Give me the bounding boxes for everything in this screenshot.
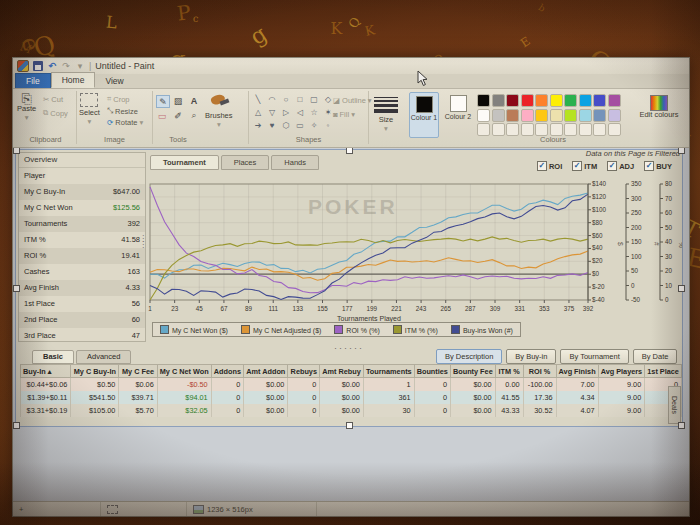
group-button-by-description[interactable]: By Description xyxy=(436,349,502,364)
select-button[interactable]: Select▾ xyxy=(79,93,100,126)
palette-swatch-18[interactable] xyxy=(593,109,606,122)
palette-swatch-17[interactable] xyxy=(579,109,592,122)
filter-itm[interactable]: ✓ITM xyxy=(572,161,597,171)
palette-swatch-19[interactable] xyxy=(608,109,621,122)
tab-view[interactable]: View xyxy=(95,74,133,88)
palette-swatch-2[interactable] xyxy=(506,94,519,107)
shape-icon-15[interactable]: ▭ xyxy=(294,120,306,130)
column-header-my-c-net-won[interactable]: My C Net Won xyxy=(157,365,211,378)
outline-button[interactable]: ◪Outline▾ xyxy=(333,96,372,105)
shape-icon-13[interactable]: ♥ xyxy=(266,120,278,130)
color-picker-tool-icon[interactable]: ✐ xyxy=(172,110,184,121)
table-row[interactable]: $1.39+$0.11$541.50$39.71$94.010$0.000$0.… xyxy=(21,391,682,404)
palette-swatch-3[interactable] xyxy=(521,94,534,107)
view-tab-hands[interactable]: Hands xyxy=(271,155,319,170)
table-tab-basic[interactable]: Basic xyxy=(32,350,74,364)
column-header-my-c-buy-in[interactable]: My C Buy-In xyxy=(71,365,119,378)
shape-icon-8[interactable]: ▷ xyxy=(280,107,292,117)
shape-icon-12[interactable]: ➔ xyxy=(252,120,264,130)
column-header-tournaments[interactable]: Tournaments xyxy=(363,365,414,378)
colour2-button[interactable]: Colour 2 xyxy=(443,92,473,138)
filter-buy[interactable]: ✓BUY xyxy=(644,161,672,171)
view-tab-tournament[interactable]: Tournament xyxy=(150,155,219,170)
eraser-tool-icon[interactable]: ▭ xyxy=(156,110,168,121)
selection-handle[interactable] xyxy=(346,148,353,154)
checkbox-checked-icon[interactable]: ✓ xyxy=(644,161,654,171)
column-header-addons[interactable]: Addons xyxy=(211,365,244,378)
column-header-rebuys[interactable]: Rebuys xyxy=(288,365,320,378)
palette-swatch-7[interactable] xyxy=(579,94,592,107)
shape-icon-6[interactable]: △ xyxy=(252,107,264,117)
filter-roi[interactable]: ✓ROI xyxy=(537,161,562,171)
colour1-button[interactable]: Colour 1 xyxy=(409,92,439,138)
palette-swatch-8[interactable] xyxy=(593,94,606,107)
pencil-tool-icon[interactable]: ✎ xyxy=(156,95,170,108)
tab-file[interactable]: File xyxy=(15,73,51,88)
selection-handle[interactable] xyxy=(13,422,20,429)
group-button-by-tournament[interactable]: By Tournament xyxy=(560,349,628,364)
column-header-amt-rebuy[interactable]: Amt Rebuy xyxy=(320,365,364,378)
selection-handle[interactable] xyxy=(678,148,685,154)
shape-icon-9[interactable]: ◁ xyxy=(294,107,306,117)
rotate-button[interactable]: ⟳Rotate▾ xyxy=(107,118,143,127)
paste-button[interactable]: ⎘ Paste▾ xyxy=(17,93,36,122)
deals-vertical-tab[interactable]: Deals xyxy=(668,386,681,424)
shape-icon-1[interactable]: ◠ xyxy=(266,94,278,104)
shape-icon-10[interactable]: ☆ xyxy=(308,107,320,117)
fill-tool-icon[interactable]: ▨ xyxy=(172,95,184,106)
palette-swatch-10[interactable] xyxy=(477,109,490,122)
column-header-my-c-fee[interactable]: My C Fee xyxy=(119,365,157,378)
paint-canvas[interactable]: Data on this Page is Filtered Overview P… xyxy=(13,148,689,502)
shape-icon-16[interactable]: ✧ xyxy=(308,120,320,130)
checkbox-checked-icon[interactable]: ✓ xyxy=(572,161,582,171)
magnifier-tool-icon[interactable]: ⌕ xyxy=(188,110,200,121)
column-header-1st-place[interactable]: 1st Place xyxy=(645,365,682,378)
palette-swatch-5[interactable] xyxy=(550,94,563,107)
checkbox-checked-icon[interactable]: ✓ xyxy=(607,161,617,171)
text-tool-icon[interactable]: A xyxy=(188,95,200,106)
panel-splitter-handle[interactable]: ⁚⁚⁚ xyxy=(142,238,145,247)
selection-handle[interactable] xyxy=(678,422,685,429)
undo-icon[interactable]: ↶ xyxy=(47,61,57,71)
fill-button[interactable]: ◙Fill▾ xyxy=(333,110,372,119)
column-header-roi-[interactable]: ROI % xyxy=(523,365,556,378)
checkbox-checked-icon[interactable]: ✓ xyxy=(537,161,547,171)
group-button-by-date[interactable]: By Date xyxy=(633,349,678,364)
shape-icon-17[interactable]: ◦ xyxy=(322,120,334,130)
column-header-bounties[interactable]: Bounties xyxy=(414,365,450,378)
shape-icon-14[interactable]: ⬡ xyxy=(280,120,292,130)
table-row[interactable]: $3.31+$0.19$105.00$5.70$32.050$0.000$0.0… xyxy=(21,404,682,417)
palette-swatch-14[interactable] xyxy=(535,109,548,122)
palette-swatch-1[interactable] xyxy=(492,94,505,107)
table-row[interactable]: $0.44+$0.06$0.50$0.06-$0.500$0.000$0.001… xyxy=(21,378,682,392)
chart-table-splitter[interactable]: ······ xyxy=(334,343,364,353)
palette-swatch-9[interactable] xyxy=(608,94,621,107)
column-header-avg-finish[interactable]: Avg Finish xyxy=(556,365,598,378)
shape-icon-7[interactable]: ▽ xyxy=(266,107,278,117)
column-header-itm-[interactable]: ITM % xyxy=(495,365,523,378)
tab-home[interactable]: Home xyxy=(51,72,96,88)
filter-adj[interactable]: ✓ADJ xyxy=(607,161,634,171)
selection-handle[interactable] xyxy=(678,285,685,292)
redo-icon[interactable]: ↷ xyxy=(61,61,71,71)
edit-colours-button[interactable]: Edit colours xyxy=(635,95,683,120)
resize-button[interactable]: ⤡Resize xyxy=(107,106,143,116)
palette-swatch-15[interactable] xyxy=(550,109,563,122)
palette-swatch-4[interactable] xyxy=(535,94,548,107)
shape-icon-0[interactable]: ╲ xyxy=(252,94,264,104)
shape-icon-3[interactable]: □ xyxy=(294,94,306,104)
group-button-by-buy-in[interactable]: By Buy-in xyxy=(506,349,556,364)
palette-swatch-13[interactable] xyxy=(521,109,534,122)
selection-handle[interactable] xyxy=(13,285,20,292)
column-header-amt-addon[interactable]: Amt Addon xyxy=(244,365,288,378)
shape-icon-4[interactable]: ▢ xyxy=(308,94,320,104)
palette-swatch-12[interactable] xyxy=(506,109,519,122)
column-header-buy-in[interactable]: Buy-In ▴ xyxy=(21,365,71,378)
palette-swatch-6[interactable] xyxy=(564,94,577,107)
selection-handle[interactable] xyxy=(346,422,353,429)
column-header-avg-players[interactable]: Avg Players xyxy=(598,365,645,378)
column-header-bounty-fee[interactable]: Bounty Fee xyxy=(450,365,495,378)
palette-swatch-0[interactable] xyxy=(477,94,490,107)
save-icon[interactable] xyxy=(33,61,43,71)
size-button[interactable]: Size▾ xyxy=(374,95,398,133)
